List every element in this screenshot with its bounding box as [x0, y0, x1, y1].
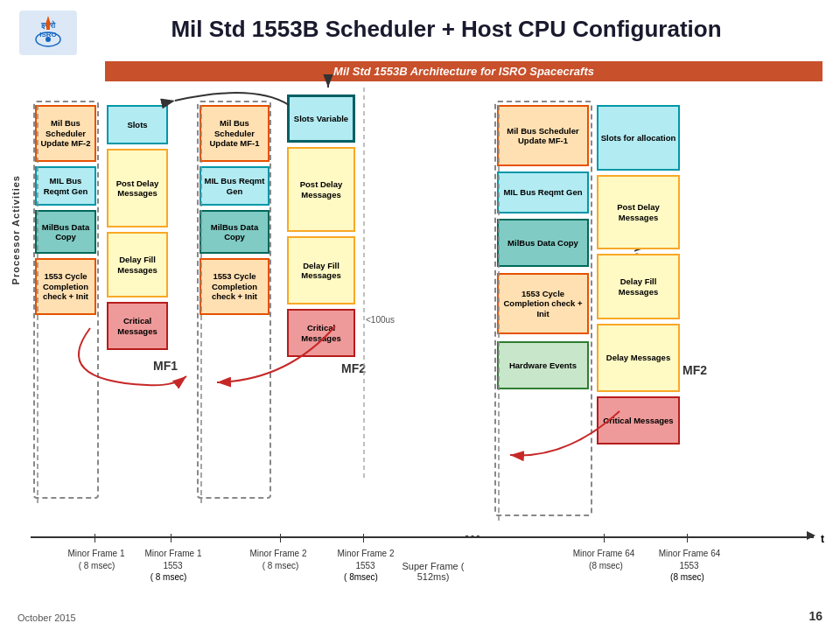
bracket-3 [486, 105, 501, 521]
mf2-label-2: MF2 [682, 363, 707, 377]
curved-arrow-2 [200, 311, 361, 389]
milbus-data3-box: MilBus Data Copy [497, 219, 589, 267]
top-curved-arrow [131, 79, 324, 114]
superframe-label: Super Frame ( 512ms) [385, 561, 481, 582]
t-label: t [821, 533, 824, 545]
tick-mf2-1 [280, 534, 281, 542]
delay-msg-box: Delay Messages [597, 324, 680, 392]
timeline [31, 536, 814, 538]
proc-label: Processor Activities [10, 175, 21, 284]
tick-mf1-2 [171, 534, 172, 542]
milbus-data2-box: MilBus Data Copy [200, 210, 270, 254]
mf1-2-label: Minor Frame 1 [138, 549, 208, 558]
mil-bus-sch-upd-box: Mil Bus Scheduler Update MF-1 [497, 105, 589, 166]
mf64-2-sublabel2: (8 msec) [659, 572, 716, 582]
hw-events-box: Hardware Events [497, 341, 589, 389]
delay-fill2-box: Delay Fill Messages [287, 236, 355, 304]
main-title: Mil Std 1553B Scheduler + Host CPU Confi… [70, 16, 822, 43]
mil-bus-reqmt1-box: MIL Bus Reqmt Gen [35, 166, 96, 206]
mf2-1-label: Minor Frame 2 [243, 549, 313, 558]
delay-fill1-box: Delay Fill Messages [107, 232, 168, 298]
curved-arrow-3 [497, 398, 633, 468]
timeline-arrow [807, 531, 816, 540]
post-delay1-box: Post Delay Messages [107, 149, 168, 228]
mf2-1-sublabel: ( 8 msec) [252, 561, 309, 570]
mf1-1-label: Minor Frame 1 [61, 549, 131, 558]
delay-fill3-box: Delay Fill Messages [597, 254, 680, 319]
post-delay2-box: Post Delay Messages [287, 147, 355, 232]
mil-bus-mf2-box: Mil Bus Scheduler Update MF-2 [35, 105, 96, 162]
mf64-2-sublabel: 1553 [661, 561, 718, 570]
divider-svg [359, 88, 369, 481]
mil-bus-reqmt2-box: MIL Bus Reqmt Gen [200, 166, 270, 206]
cycle1553-2-box: 1553 Cycle Completion check + Init [200, 258, 270, 315]
post-delay3-box: Post Delay Messages [597, 175, 680, 249]
tick-mf64-1 [604, 534, 605, 542]
milbus-data1-box: MilBus Data Copy [35, 210, 96, 254]
less100us: <100us [366, 315, 395, 325]
mf64-1-sublabel: (8 msec) [578, 561, 634, 570]
footer-page: 16 [808, 609, 822, 623]
tick-mf64-2 [687, 534, 688, 542]
mf1-1-sublabel: ( 8 msec) [68, 561, 125, 570]
curved-arrow-1 [33, 311, 213, 398]
slots-alloc-box: Slots for allocation [597, 105, 680, 171]
svg-rect-4 [46, 24, 50, 30]
mf2-2-label: Minor Frame 2 [331, 549, 401, 558]
mf1-2-sublabel2: ( 8 msec) [140, 572, 197, 582]
footer-date: October 2015 [18, 612, 76, 623]
bracket-1 [24, 105, 40, 503]
page: इसरो ISRO Mil Std 1553B Scheduler + Host… [0, 0, 840, 630]
mf2-2-sublabel2: ( 8msec) [332, 572, 389, 582]
mf64-2-label: Minor Frame 64 [654, 549, 724, 558]
tick-mf2-2 [363, 534, 364, 542]
mf64-1-label: Minor Frame 64 [569, 549, 639, 558]
svg-point-6 [46, 37, 51, 42]
mil-bus-reqmt3-box: MIL Bus Reqmt Gen [497, 172, 589, 214]
cycle1553-1-box: 1553 Cycle Completion check + Init [35, 258, 96, 315]
cycle1553-3-box: 1553 Cycle Completion check + Init [497, 273, 589, 334]
dots: … [464, 522, 481, 542]
diagram-area: Processor Activities 1553 Bus Activities… [9, 88, 831, 586]
tick-mf1-1 [94, 534, 95, 542]
mf1-2-sublabel: 1553 [144, 561, 201, 570]
bracket-2 [188, 105, 204, 503]
